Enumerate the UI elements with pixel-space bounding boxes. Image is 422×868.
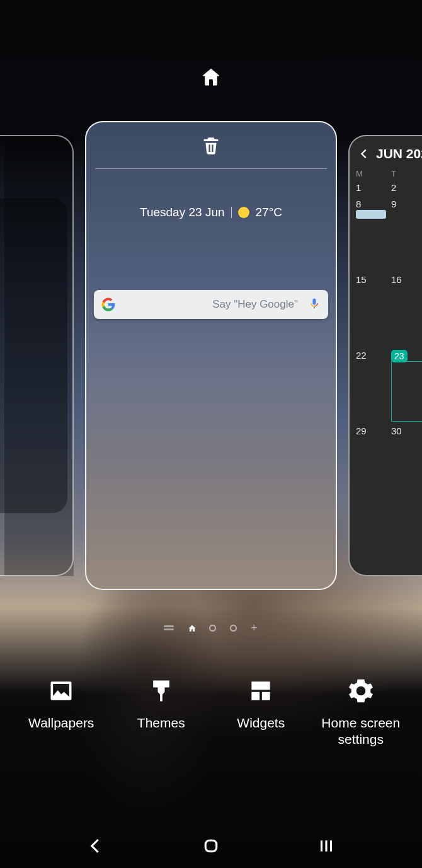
page-dot-home-active[interactable]: [188, 624, 195, 632]
page-dot-add[interactable]: +: [251, 624, 258, 632]
image-icon: [47, 677, 75, 705]
home-settings-button[interactable]: Home screen settings: [314, 676, 408, 748]
page-dot-feed[interactable]: [164, 625, 174, 630]
calendar-event-bar: [356, 210, 386, 219]
calendar-cell[interactable]: 1: [356, 180, 391, 196]
page-dot[interactable]: [230, 625, 237, 632]
themes-button[interactable]: Themes: [114, 676, 208, 748]
page-dot[interactable]: [209, 625, 216, 632]
default-home-indicator-icon[interactable]: [200, 66, 222, 91]
remove-page-button[interactable]: [95, 122, 327, 169]
page-preview-calendar[interactable]: JUN 2020 M T 1 2 8 9 15 16 22 23 29 30: [348, 135, 422, 576]
widgets-button[interactable]: Widgets: [214, 676, 308, 748]
calendar-cell[interactable]: 15: [356, 272, 391, 347]
calendar-header[interactable]: JUN 2020: [350, 136, 422, 166]
option-label: Widgets: [237, 715, 285, 731]
wallpapers-button[interactable]: Wallpapers: [14, 676, 108, 748]
calendar-today-outline: [391, 361, 422, 422]
calendar-cell[interactable]: 29: [356, 423, 391, 499]
google-search-widget[interactable]: Say "Hey Google": [94, 290, 328, 319]
calendar-month-title: JUN 2020: [376, 146, 422, 161]
date-weather-widget[interactable]: Tuesday 23 Jun 27°C: [86, 205, 336, 219]
svg-rect-0: [205, 840, 217, 852]
calendar-cell-today[interactable]: 23: [391, 347, 422, 423]
divider: [231, 207, 232, 218]
grid-icon: [247, 677, 275, 705]
sun-icon: [238, 207, 249, 218]
calendar-day-header: M: [356, 166, 391, 180]
google-logo-icon: [101, 298, 115, 311]
calendar-cell[interactable]: 2: [391, 180, 422, 196]
page-preview-home[interactable]: Tuesday 23 Jun 27°C Say "Hey Google": [85, 121, 337, 590]
calendar-cell[interactable]: 16: [391, 272, 422, 347]
calendar-cell[interactable]: 22: [356, 347, 391, 423]
launcher-options-row: Wallpapers Themes Widgets Home screen se…: [0, 676, 422, 748]
brush-icon: [147, 677, 175, 705]
option-label: Themes: [137, 715, 185, 731]
calendar-cell[interactable]: 8: [356, 196, 391, 272]
trash-icon: [200, 135, 222, 156]
date-text: Tuesday 23 Jun: [140, 205, 225, 219]
chevron-left-icon: [86, 836, 105, 855]
calendar-day-header: T: [391, 166, 422, 180]
homescreen-pages-carousel[interactable]: Tuesday 23 Jun 27°C Say "Hey Google": [0, 121, 422, 590]
calendar-cell[interactable]: 9: [391, 196, 422, 272]
option-label: Home screen settings: [314, 715, 408, 748]
home-outline-icon: [202, 836, 220, 855]
nav-back-button[interactable]: [71, 836, 121, 855]
calendar-grid[interactable]: M T 1 2 8 9 15 16 22 23 29 30: [350, 166, 422, 499]
search-placeholder: Say "Hey Google": [122, 298, 302, 311]
page-indicator[interactable]: +: [164, 624, 258, 632]
gear-icon: [347, 677, 375, 705]
nav-recents-button[interactable]: [301, 836, 351, 855]
recents-icon: [316, 836, 336, 855]
system-navbar: [0, 836, 422, 855]
page-preview-left[interactable]: [4, 135, 74, 576]
calendar-today-pill: 23: [391, 350, 408, 362]
nav-home-button[interactable]: [186, 836, 236, 855]
chevron-left-icon: [357, 147, 371, 161]
mic-icon[interactable]: [308, 297, 321, 312]
calendar-cell[interactable]: 30: [391, 423, 422, 499]
weather-temp: 27°C: [256, 205, 282, 219]
option-label: Wallpapers: [28, 715, 94, 731]
